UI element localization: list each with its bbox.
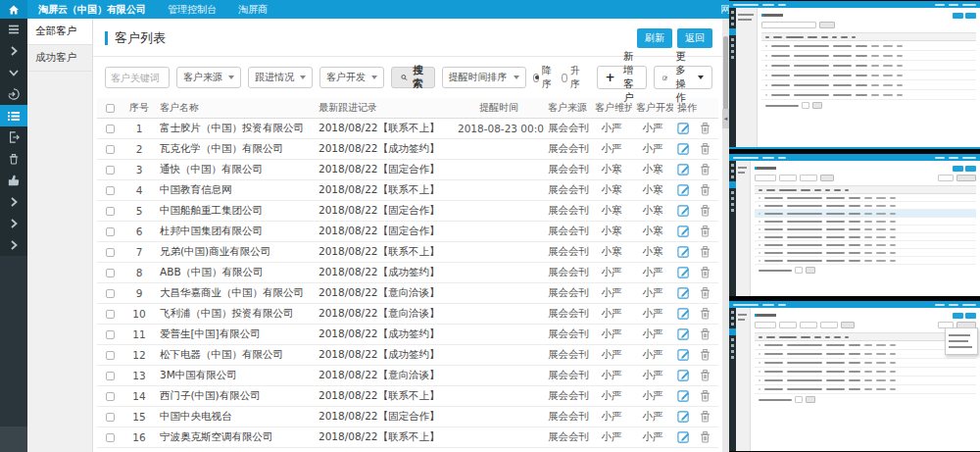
- table-row[interactable]: 4 中国教育信息网 2018/08/22【联系不上】 展会会刊 小寒 小寒: [97, 179, 718, 200]
- row-checkbox[interactable]: [106, 186, 115, 195]
- keyword-input[interactable]: [105, 67, 170, 88]
- delete-icon[interactable]: [700, 225, 710, 237]
- delete-icon[interactable]: [700, 286, 710, 299]
- edit-icon[interactable]: [677, 348, 690, 361]
- table-row[interactable]: 8 ABB（中国）有限公司 2018/08/22【成功签约】 展会会刊 小严 小…: [97, 262, 718, 282]
- customer-name[interactable]: 爱普生[中国]有限公司: [156, 324, 315, 344]
- delete-icon[interactable]: [700, 430, 710, 443]
- customer-name[interactable]: 中国教育信息网: [156, 179, 315, 200]
- customer-name[interactable]: 大昌华嘉商业（中国）有限公司: [156, 282, 315, 303]
- delete-icon[interactable]: [700, 266, 710, 278]
- delete-icon[interactable]: [700, 307, 710, 320]
- customer-name[interactable]: 宁波奥克斯空调有限公司: [156, 427, 315, 447]
- delete-icon[interactable]: [700, 122, 710, 134]
- edit-icon[interactable]: [677, 286, 690, 299]
- customer-name[interactable]: 飞利浦（中国）投资有限公司: [156, 303, 315, 324]
- chevron-right-icon[interactable]: [0, 191, 27, 213]
- refresh-button[interactable]: 刷新: [637, 28, 672, 48]
- sort-desc-radio[interactable]: 降序: [533, 64, 555, 91]
- progress-select[interactable]: 跟进情况: [248, 67, 313, 88]
- develop-select[interactable]: 客户开发: [319, 67, 384, 88]
- sign-out-icon[interactable]: [0, 126, 27, 148]
- table-row[interactable]: 12 松下电器（中国）有限公司 2018/08/22【成功签约】 展会会刊 小严…: [97, 344, 718, 365]
- customer-list-preview[interactable]: [729, 301, 980, 451]
- followup-list-preview[interactable]: [729, 154, 980, 296]
- row-checkbox[interactable]: [106, 289, 115, 298]
- scrollbar-thumb[interactable]: [723, 36, 728, 113]
- add-customer-button[interactable]: +新增客户: [597, 66, 647, 89]
- chevron-right-icon[interactable]: [0, 40, 27, 62]
- vertical-scrollbar[interactable]: ◂: [722, 19, 729, 452]
- edit-icon[interactable]: [677, 225, 690, 237]
- source-select[interactable]: 客户来源: [176, 67, 241, 88]
- row-checkbox[interactable]: [106, 392, 115, 401]
- table-row[interactable]: 1 富士胶片（中国）投资有限公司 2018/08/22【联系不上】 2018-0…: [97, 118, 718, 138]
- customer-name[interactable]: 松下电器（中国）有限公司: [156, 344, 315, 365]
- delete-icon[interactable]: [700, 183, 710, 196]
- row-checkbox[interactable]: [106, 145, 115, 154]
- edit-icon[interactable]: [677, 369, 690, 381]
- row-checkbox[interactable]: [106, 269, 115, 277]
- row-checkbox[interactable]: [106, 166, 115, 175]
- customer-name[interactable]: 中国中央电视台: [156, 406, 315, 427]
- list-icon[interactable]: [0, 105, 27, 126]
- reminder-sort-select[interactable]: 提醒时间排序: [442, 67, 526, 88]
- edit-icon[interactable]: [677, 327, 690, 340]
- edit-icon[interactable]: [677, 122, 690, 134]
- customer-stats-preview[interactable]: [729, 1, 980, 149]
- chevron-right-icon[interactable]: [0, 213, 27, 234]
- edit-icon[interactable]: [677, 183, 690, 196]
- table-row[interactable]: 13 3M中国有限公司 2018/08/22【意向洽谈】 展会会刊 小严 小严: [97, 365, 718, 385]
- delete-icon[interactable]: [700, 389, 710, 402]
- select-all-checkbox[interactable]: [106, 104, 115, 113]
- table-row[interactable]: 10 飞利浦（中国）投资有限公司 2018/08/22【意向洽谈】 展会会刊 小…: [97, 303, 718, 324]
- table-row[interactable]: 11 爱普生[中国]有限公司 2018/08/22【成功签约】 展会会刊 小严 …: [97, 324, 718, 344]
- customer-name[interactable]: 兄弟(中国)商业有限公司: [156, 241, 315, 262]
- menu-icon[interactable]: [0, 19, 27, 40]
- customer-name[interactable]: 瓦克化学（中国）有限公司: [156, 138, 315, 159]
- customer-name[interactable]: 杜邦中国集团有限公司: [156, 221, 315, 241]
- edit-icon[interactable]: [677, 389, 690, 402]
- table-row[interactable]: 15 中国中央电视台 2018/08/22【固定合作】 展会会刊 小严 小严: [97, 406, 718, 427]
- row-checkbox[interactable]: [106, 413, 115, 422]
- search-button[interactable]: 搜索: [391, 67, 435, 88]
- chevron-right-icon[interactable]: [0, 234, 27, 256]
- thumbs-up-icon[interactable]: [0, 170, 27, 191]
- row-checkbox[interactable]: [106, 207, 115, 216]
- home-icon[interactable]: [0, 0, 27, 19]
- nav-admin-console[interactable]: 管理控制台: [157, 0, 227, 19]
- edit-icon[interactable]: [677, 204, 690, 217]
- more-actions-dropdown[interactable]: [945, 327, 978, 355]
- sidebar-item-success-customers[interactable]: 成功客户: [27, 45, 92, 72]
- delete-icon[interactable]: [700, 204, 710, 217]
- sign-in-icon[interactable]: [0, 83, 27, 105]
- delete-icon[interactable]: [700, 163, 710, 176]
- edit-icon[interactable]: [677, 410, 690, 423]
- delete-icon[interactable]: [700, 348, 710, 361]
- edit-icon[interactable]: [677, 266, 690, 278]
- row-checkbox[interactable]: [106, 433, 115, 442]
- customer-name[interactable]: 3M中国有限公司: [156, 365, 315, 385]
- edit-icon[interactable]: [677, 142, 690, 155]
- back-button[interactable]: 返回: [677, 28, 712, 48]
- edit-icon[interactable]: [677, 163, 690, 176]
- customer-name[interactable]: 中国船舶重工集团公司: [156, 200, 315, 221]
- edit-icon[interactable]: [677, 245, 690, 258]
- customer-name[interactable]: ABB（中国）有限公司: [156, 262, 315, 282]
- row-checkbox[interactable]: [106, 372, 115, 380]
- table-row[interactable]: 2 瓦克化学（中国）有限公司 2018/08/22【成功签约】 展会会刊 小严 …: [97, 138, 718, 159]
- customer-name[interactable]: 西门子(中国)有限公司: [156, 385, 315, 406]
- table-row[interactable]: 3 通快（中国）有限公司 2018/08/22【固定合作】 展会会刊 小寒 小寒: [97, 159, 718, 179]
- table-row[interactable]: 14 西门子(中国)有限公司 2018/08/22【联系不上】 展会会刊 小严 …: [97, 385, 718, 406]
- trash-icon[interactable]: [0, 148, 27, 170]
- delete-icon[interactable]: [700, 369, 710, 381]
- brand-company-name[interactable]: 淘屏云（中国）有限公司: [27, 0, 157, 19]
- row-checkbox[interactable]: [106, 125, 115, 133]
- table-row[interactable]: 5 中国船舶重工集团公司 2018/08/22【固定合作】 展会会刊 小寒 小寒: [97, 200, 718, 221]
- row-checkbox[interactable]: [106, 310, 115, 319]
- row-checkbox[interactable]: [106, 248, 115, 257]
- table-row[interactable]: 6 杜邦中国集团有限公司 2018/08/22【固定合作】 展会会刊 小寒 小寒: [97, 221, 718, 241]
- chevron-down-icon[interactable]: [0, 62, 27, 83]
- edit-icon[interactable]: [677, 430, 690, 443]
- customer-name[interactable]: 富士胶片（中国）投资有限公司: [156, 118, 315, 138]
